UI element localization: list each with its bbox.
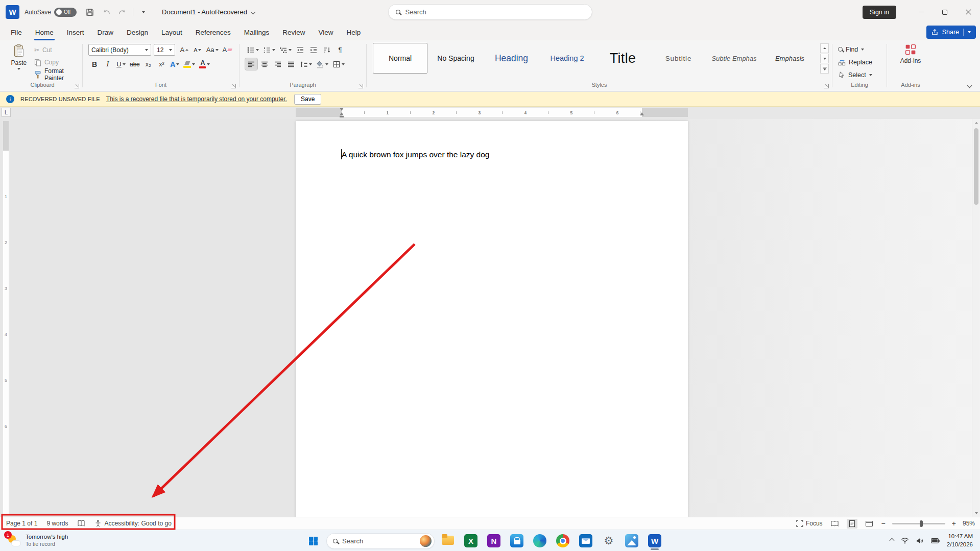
- style-no-spacing[interactable]: No Spacing: [428, 43, 483, 74]
- style-title[interactable]: Title: [595, 43, 650, 74]
- style-subtle-emphasis[interactable]: Subtle Emphas: [707, 43, 761, 74]
- replace-button[interactable]: Replace: [838, 57, 881, 67]
- collapse-ribbon-button[interactable]: [964, 81, 975, 90]
- word-taskbar-button[interactable]: W: [645, 531, 664, 550]
- horizontal-ruler[interactable]: 1 2 3 4 5 6: [296, 108, 688, 117]
- tab-layout[interactable]: Layout: [155, 24, 189, 40]
- font-color-button[interactable]: A: [198, 58, 211, 70]
- change-case-button[interactable]: Aa: [205, 44, 220, 56]
- sort-button[interactable]: [321, 44, 333, 56]
- bullets-button[interactable]: [245, 44, 260, 56]
- tab-home[interactable]: Home: [29, 24, 60, 40]
- decrease-indent-button[interactable]: [294, 44, 306, 56]
- outlook-button[interactable]: [576, 531, 595, 550]
- close-button[interactable]: [957, 0, 980, 24]
- onenote-button[interactable]: N: [484, 531, 504, 550]
- show-paragraph-marks-button[interactable]: ¶: [334, 44, 346, 56]
- font-name-select[interactable]: Calibri (Body): [88, 44, 151, 56]
- battery-icon[interactable]: [931, 538, 940, 543]
- styles-dialog-launcher[interactable]: [824, 84, 829, 88]
- print-layout-button[interactable]: [847, 519, 857, 529]
- gallery-down-button[interactable]: [820, 54, 829, 63]
- accessibility-status[interactable]: Accessibility: Good to go: [94, 520, 171, 527]
- addins-button[interactable]: Add-ins: [900, 44, 921, 64]
- start-button[interactable]: [303, 531, 323, 550]
- zoom-slider[interactable]: [892, 523, 945, 524]
- customize-toolbar-icon[interactable]: [137, 6, 150, 18]
- banner-save-button[interactable]: Save: [294, 94, 321, 105]
- style-subtitle[interactable]: Subtitle: [651, 43, 706, 74]
- document-title[interactable]: Document1 - AutoRecovered: [162, 8, 255, 16]
- underline-button[interactable]: U: [115, 58, 127, 70]
- settings-button[interactable]: ⚙: [599, 531, 618, 550]
- zoom-level[interactable]: 95%: [963, 520, 975, 527]
- tab-help[interactable]: Help: [340, 24, 368, 40]
- tray-overflow-button[interactable]: [890, 539, 894, 542]
- zoom-in-button[interactable]: +: [952, 520, 956, 527]
- vertical-ruler[interactable]: 1 2 3 4 5 6: [2, 119, 10, 516]
- cut-button[interactable]: ✂Cut: [32, 44, 77, 56]
- vertical-scrollbar[interactable]: [972, 119, 979, 517]
- bold-button[interactable]: B: [88, 58, 101, 70]
- zoom-slider-knob[interactable]: [920, 520, 923, 527]
- style-heading-1[interactable]: Heading: [484, 43, 539, 74]
- text-effects-button[interactable]: A: [169, 58, 181, 70]
- superscript-button[interactable]: x²: [155, 58, 168, 70]
- right-indent-marker[interactable]: [640, 112, 644, 115]
- align-left-button[interactable]: [245, 58, 257, 70]
- multilevel-list-button[interactable]: [278, 44, 293, 56]
- clipboard-dialog-launcher[interactable]: [75, 84, 79, 88]
- banner-message-link[interactable]: This is a recovered file that is tempora…: [106, 95, 287, 103]
- web-layout-button[interactable]: [864, 519, 875, 529]
- maximize-button[interactable]: [933, 0, 957, 24]
- font-dialog-launcher[interactable]: [231, 84, 236, 88]
- italic-button[interactable]: I: [102, 58, 114, 70]
- shrink-font-button[interactable]: A: [192, 44, 204, 56]
- gallery-more-button[interactable]: [820, 64, 829, 74]
- edge-button[interactable]: [530, 531, 549, 550]
- tab-review[interactable]: Review: [276, 24, 312, 40]
- borders-button[interactable]: [331, 58, 346, 70]
- proofing-button[interactable]: [77, 520, 85, 527]
- tab-insert[interactable]: Insert: [60, 24, 91, 40]
- tab-file[interactable]: File: [4, 24, 29, 40]
- excel-button[interactable]: X: [461, 531, 481, 550]
- shading-button[interactable]: [315, 58, 330, 70]
- read-mode-button[interactable]: [829, 519, 840, 529]
- grow-font-button[interactable]: A: [178, 44, 190, 56]
- store-button[interactable]: [507, 531, 527, 550]
- style-emphasis[interactable]: Emphasis: [762, 43, 817, 74]
- redo-button[interactable]: [116, 6, 129, 18]
- volume-icon[interactable]: [916, 538, 924, 544]
- photos-button[interactable]: [622, 531, 641, 550]
- tab-selector[interactable]: L: [2, 108, 11, 117]
- undo-button[interactable]: [100, 6, 112, 18]
- word-count[interactable]: 9 words: [46, 520, 68, 527]
- strikethrough-button[interactable]: abc: [128, 58, 141, 70]
- scroll-up-button[interactable]: [972, 119, 980, 127]
- tab-design[interactable]: Design: [120, 24, 155, 40]
- titlebar-search[interactable]: Search: [388, 4, 592, 20]
- document-page[interactable]: A quick brown fox jumps over the lazy do…: [296, 121, 688, 551]
- autosave-toggle[interactable]: AutoSave Off: [25, 8, 77, 17]
- clear-formatting-button[interactable]: A: [221, 44, 234, 56]
- tab-references[interactable]: References: [189, 24, 237, 40]
- minimize-button[interactable]: [910, 0, 933, 24]
- first-line-indent-marker[interactable]: [340, 108, 344, 111]
- share-button[interactable]: Share: [926, 26, 976, 39]
- style-heading-2[interactable]: Heading 2: [540, 43, 594, 74]
- highlight-button[interactable]: [182, 58, 197, 70]
- save-button[interactable]: [84, 6, 96, 18]
- tab-draw[interactable]: Draw: [91, 24, 121, 40]
- file-explorer-button[interactable]: [438, 531, 458, 550]
- word-app-icon[interactable]: W: [6, 5, 19, 19]
- paragraph-dialog-launcher[interactable]: [358, 84, 363, 88]
- subscript-button[interactable]: x₂: [142, 58, 154, 70]
- chrome-button[interactable]: [553, 531, 572, 550]
- left-indent-marker[interactable]: [340, 116, 344, 118]
- align-center-button[interactable]: [258, 58, 271, 70]
- paste-button[interactable]: Paste: [8, 43, 30, 81]
- scrollbar-thumb[interactable]: [974, 128, 978, 205]
- increase-indent-button[interactable]: [307, 44, 320, 56]
- sign-in-button[interactable]: Sign in: [863, 6, 896, 19]
